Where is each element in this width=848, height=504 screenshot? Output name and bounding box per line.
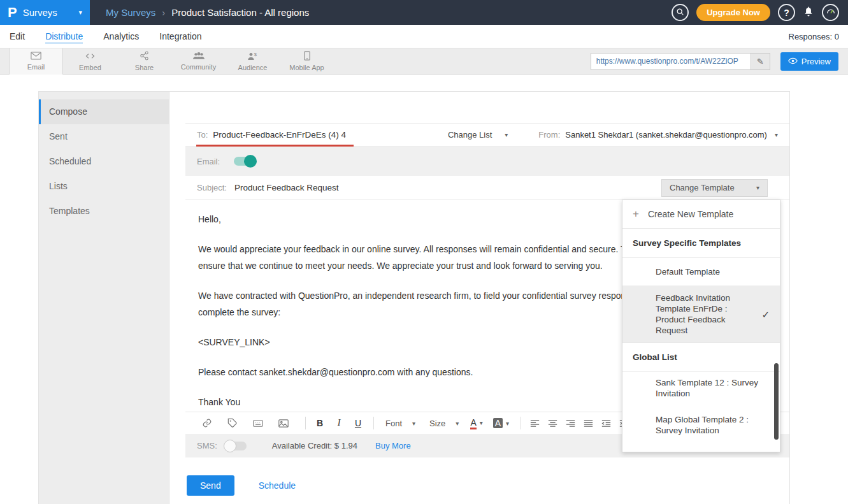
sidebar-item-scheduled[interactable]: Scheduled — [39, 149, 169, 174]
tab-edit[interactable]: Edit — [10, 30, 25, 43]
change-template-button[interactable]: Change Template ▾ — [661, 179, 768, 197]
usage-meter-button[interactable] — [822, 4, 839, 21]
font-family-select[interactable]: Font ▾ — [385, 419, 415, 428]
bold-button[interactable]: B — [315, 418, 325, 428]
product-switcher[interactable]: P Surveys ▾ — [0, 0, 90, 25]
italic-button[interactable]: I — [334, 418, 344, 428]
send-button[interactable]: Send — [187, 475, 234, 496]
subject-row: Subject: Product Feedback Request Change… — [185, 176, 789, 200]
template-item-test-global[interactable]: Test Global Test G : Test PAA G — [622, 446, 780, 452]
survey-nav-tabs: Edit Distribute Analytics Integration — [10, 30, 201, 43]
chevron-down-icon: ▾ — [78, 8, 82, 17]
channel-tab-mobile-app[interactable]: Mobile App — [280, 48, 334, 75]
embed-code-icon — [85, 52, 96, 62]
change-template-dropdown: + Create New Template Survey Specific Te… — [622, 199, 780, 452]
global-list-header: Global List — [622, 342, 780, 372]
toolbar-divider — [521, 417, 521, 429]
sidebar-item-sent[interactable]: Sent — [39, 124, 169, 149]
sms-toggle[interactable] — [225, 442, 247, 450]
align-center-button[interactable] — [548, 419, 557, 428]
questionpro-logo: P — [8, 4, 17, 21]
audience-dollar-icon: $ — [247, 52, 258, 62]
tab-distribute[interactable]: Distribute — [45, 30, 83, 43]
from-label: From: — [538, 130, 560, 140]
to-list-value: Product-Feedback-EnFrDeEs (4) 4 — [213, 130, 346, 140]
to-label: To: — [197, 130, 208, 140]
template-item-default[interactable]: Default Template — [622, 258, 780, 286]
breadcrumb: My Surveys › Product Satisfaction - All … — [106, 7, 309, 18]
email-sidebar: Compose Sent Scheduled Lists Templates — [39, 92, 169, 504]
chevron-down-icon: ▾ — [456, 420, 459, 427]
insert-link-button[interactable] — [202, 418, 212, 428]
email-toggle-row: Email: — [185, 147, 789, 176]
responses-count: Responses: 0 — [789, 32, 840, 41]
chevron-down-icon: ▾ — [775, 131, 778, 138]
template-item-feedback-invitation[interactable]: Feedback Invitation Template EnFrDe : Pr… — [622, 286, 780, 342]
channel-tab-community[interactable]: Community — [171, 48, 226, 75]
upgrade-now-button[interactable]: Upgrade Now — [696, 4, 770, 21]
chevron-down-icon: ▾ — [756, 184, 759, 191]
template-item-sank-12[interactable]: Sank Template 12 : Survey Invitation — [622, 372, 780, 404]
insert-image-button[interactable] — [278, 419, 289, 428]
channel-tabs: Email Embed Share Community $ Audience — [9, 48, 334, 75]
sms-label: SMS: — [197, 441, 217, 450]
from-value: Sanket1 Shekdar1 (sanket.shekdar@questio… — [565, 130, 767, 140]
to-list-selector[interactable]: To: Product-Feedback-EnFrDeEs (4) 4 — [197, 124, 346, 146]
background-color-button[interactable]: A ▾ — [493, 418, 509, 428]
plus-icon: + — [633, 210, 639, 219]
email-icon — [31, 52, 41, 61]
sidebar-item-lists[interactable]: Lists — [39, 174, 169, 199]
tab-integration[interactable]: Integration — [159, 30, 201, 43]
chevron-down-icon: ▾ — [480, 419, 483, 426]
template-item-map-global-2[interactable]: Map Global Template 2 : Survey Invitatio… — [622, 409, 780, 441]
chevron-down-icon: ▾ — [506, 420, 509, 427]
chevron-down-icon: ▾ — [412, 420, 415, 427]
align-left-button[interactable] — [530, 419, 540, 428]
distribute-channel-bar: Email Embed Share Community $ Audience — [0, 48, 848, 75]
align-right-button[interactable] — [566, 419, 575, 428]
tab-analytics[interactable]: Analytics — [103, 30, 139, 43]
channel-tab-share[interactable]: Share — [117, 48, 171, 75]
from-selector[interactable]: From: Sanket1 Shekdar1 (sanket.shekdar@q… — [538, 130, 778, 140]
create-new-template-item[interactable]: + Create New Template — [622, 200, 780, 229]
search-button[interactable] — [672, 4, 689, 21]
preview-button[interactable]: Preview — [780, 52, 838, 71]
page-title: Product Satisfaction - All regions — [171, 7, 309, 18]
font-size-select[interactable]: Size ▾ — [429, 419, 459, 428]
toggle-knob — [244, 155, 257, 168]
svg-text:$: $ — [254, 52, 257, 57]
gauge-icon — [826, 6, 836, 19]
email-toggle[interactable] — [234, 157, 255, 166]
align-justify-button[interactable] — [584, 419, 593, 428]
buy-more-link[interactable]: Buy More — [375, 441, 411, 450]
underline-button[interactable]: U — [353, 418, 363, 428]
top-bar: P Surveys ▾ My Surveys › Product Satisfa… — [0, 0, 848, 25]
share-icon — [140, 51, 149, 62]
sidebar-item-compose[interactable]: Compose — [39, 99, 169, 124]
outdent-button[interactable] — [601, 419, 611, 428]
topbar-actions: Upgrade Now ? — [672, 4, 848, 21]
product-menu-label: Surveys — [23, 7, 57, 18]
channel-tab-email[interactable]: Email — [9, 48, 63, 75]
breadcrumb-my-surveys[interactable]: My Surveys — [106, 7, 155, 18]
survey-url-input[interactable] — [591, 54, 751, 69]
survey-nav-bar: Edit Distribute Analytics Integration Re… — [0, 25, 848, 48]
change-list-button[interactable]: Change List ▾ — [448, 130, 508, 140]
insert-tag-button[interactable] — [227, 418, 238, 428]
dropdown-scrollbar-thumb[interactable] — [774, 363, 779, 440]
channel-tab-embed[interactable]: Embed — [63, 48, 117, 75]
eye-icon — [788, 57, 798, 66]
subject-label: Subject: — [197, 183, 227, 192]
channel-tab-audience[interactable]: $ Audience — [226, 48, 280, 75]
merge-field-button[interactable] — [253, 419, 263, 428]
text-color-button[interactable]: A ▾ — [470, 417, 482, 429]
notifications-button[interactable] — [803, 6, 814, 19]
toolbar-divider — [373, 417, 374, 429]
compose-actions: Send Schedule — [185, 475, 789, 496]
schedule-link[interactable]: Schedule — [259, 480, 296, 491]
help-icon: ? — [784, 8, 789, 18]
help-button[interactable]: ? — [778, 4, 795, 21]
subject-input[interactable]: Product Feedback Request — [234, 183, 339, 192]
edit-url-button[interactable]: ✎ — [751, 54, 770, 69]
sidebar-item-templates[interactable]: Templates — [39, 199, 169, 224]
